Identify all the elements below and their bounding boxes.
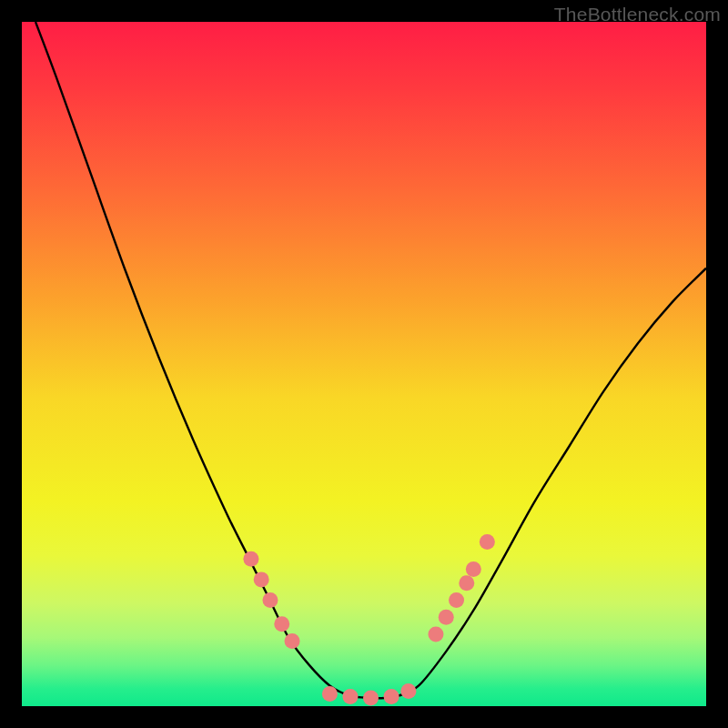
highlight-dot [262, 592, 278, 608]
chart-frame [22, 22, 706, 706]
highlight-dot [449, 592, 464, 608]
highlight-dot [466, 561, 481, 577]
chart-background [22, 22, 706, 706]
highlight-dot [274, 616, 289, 632]
highlight-dot [439, 610, 454, 625]
highlight-dot [384, 689, 399, 704]
highlight-dot [363, 690, 379, 705]
watermark-text: TheBottleneck.com [554, 4, 721, 25]
highlight-dot [428, 627, 443, 642]
highlight-dot [459, 575, 474, 591]
highlight-dot [322, 686, 338, 702]
highlight-dot [285, 633, 300, 649]
highlight-dot [480, 534, 495, 550]
highlight-dot [243, 551, 258, 567]
highlight-dot [400, 683, 416, 699]
highlight-dot [342, 689, 358, 704]
bottleneck-chart [22, 22, 706, 706]
highlight-dot [254, 571, 269, 587]
